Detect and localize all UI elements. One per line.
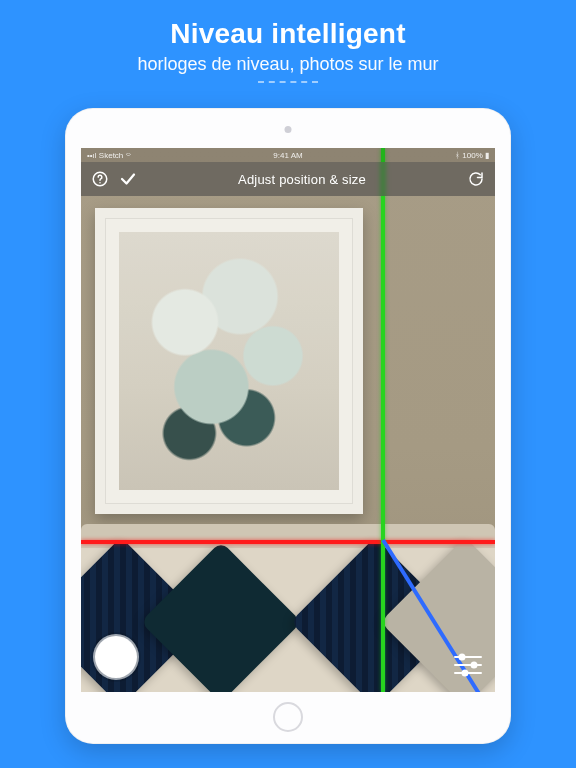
bluetooth-icon: ᚼ (455, 151, 460, 160)
appbar-title: Adjust position & size (238, 172, 366, 187)
painting-art (119, 232, 339, 490)
svg-point-6 (472, 663, 477, 668)
carrier-text: Sketch (99, 151, 123, 160)
device-camera-dot (285, 126, 292, 133)
wifi-icon: ⌔ (126, 151, 131, 160)
help-icon[interactable] (91, 170, 109, 188)
clock: 9:41 AM (273, 151, 302, 160)
wall-painting (95, 208, 363, 514)
promo-subtitle: horloges de niveau, photos sur le mur (0, 54, 576, 75)
svg-point-1 (99, 182, 101, 184)
decorative-dashes (258, 81, 318, 91)
level-line-vertical (381, 148, 385, 692)
carrier-label: ••ıl Sketch ⌔ (87, 151, 131, 160)
camera-scene[interactable] (81, 148, 495, 692)
level-line-horizontal (81, 540, 495, 544)
sliders-icon[interactable] (453, 652, 483, 678)
app-screen: ••ıl Sketch ⌔ 9:41 AM ᚼ 100% ▮ (81, 148, 495, 692)
ipad-frame: ••ıl Sketch ⌔ 9:41 AM ᚼ 100% ▮ (65, 108, 511, 744)
home-button[interactable] (273, 702, 303, 732)
shutter-button[interactable] (95, 636, 137, 678)
status-bar: ••ıl Sketch ⌔ 9:41 AM ᚼ 100% ▮ (81, 148, 495, 162)
status-right: ᚼ 100% ▮ (455, 151, 489, 160)
svg-point-7 (463, 671, 468, 676)
battery-text: 100% (462, 151, 482, 160)
headline: Niveau intelligent horloges de niveau, p… (0, 18, 576, 95)
signal-icon: ••ıl (87, 151, 97, 160)
check-icon[interactable] (119, 170, 137, 188)
promo-stage: Niveau intelligent horloges de niveau, p… (0, 0, 576, 768)
refresh-icon[interactable] (467, 170, 485, 188)
app-bar: Adjust position & size (81, 162, 495, 196)
battery-icon: ▮ (485, 151, 489, 160)
promo-title: Niveau intelligent (0, 18, 576, 50)
svg-point-5 (460, 655, 465, 660)
